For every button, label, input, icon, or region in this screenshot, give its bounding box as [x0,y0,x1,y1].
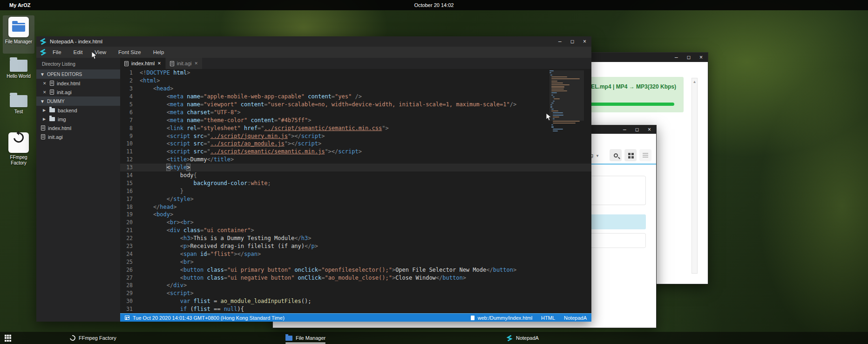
code-line[interactable]: 2<html> [120,77,591,85]
code-line[interactable]: 10 <script src="../script/ao_module.js">… [120,140,591,148]
folder-icon [10,95,27,107]
line-number: 9 [120,133,140,139]
code-line[interactable]: 29 <script> [120,289,591,297]
code-line[interactable]: 5 <meta name="viewport" content="user-sc… [120,101,591,109]
start-menu-button[interactable] [5,335,12,342]
minimize-button[interactable]: – [623,127,626,132]
grid-view-button[interactable] [624,149,637,161]
code-line[interactable]: 27 <button class="ui negative button" on… [120,274,591,282]
code-line[interactable]: 21 <div class="ui container"> [120,227,591,234]
code-line[interactable]: 31 if (flist == null){ [120,305,591,313]
maximize-button[interactable]: ◻ [570,39,574,44]
tree-file-item[interactable]: init.agi [36,132,120,141]
open-editor-item[interactable]: ✕ init.agi [36,88,120,96]
minimize-button[interactable]: – [675,55,678,60]
open-editor-item[interactable]: ✕ index.html [36,79,120,88]
menu-help[interactable]: Help [147,47,170,58]
notepada-titlebar[interactable]: NotepadA - index.html – ◻ × [36,36,591,47]
tree-file-item[interactable]: index.html [36,124,120,132]
code-line[interactable]: 1<!DOCTYPE html> [120,69,591,77]
desktop-icon-file-manager[interactable]: File Manager [4,17,34,45]
code-line[interactable]: 25 <br> [120,258,591,266]
code-line[interactable]: 7 <meta name="theme-color" content="#4b7… [120,116,591,124]
line-number: 11 [120,148,140,155]
line-number: 12 [120,156,140,163]
code-line[interactable]: 22 <h3>This is a Dummy Testing Module</h… [120,234,591,242]
close-button[interactable]: × [583,39,586,44]
desktop-icon-ffmpeg-factory[interactable]: FFmpeg Factory [4,128,34,166]
calendar-icon [125,316,129,320]
code-line[interactable]: 9 <script src="../script/jquery.min.js">… [120,132,591,140]
scroll-up-arrow-icon[interactable]: ▲ [692,78,697,84]
section-label: OPEN EDITORS [47,72,82,77]
desktop[interactable]: File Manager Hello World Test FFmpeg Fac… [0,0,868,344]
line-number: 19 [120,211,140,218]
code-line[interactable]: 17 </style> [120,195,591,203]
close-icon[interactable]: ✕ [43,81,47,86]
open-editors-section[interactable]: ▼ OPEN EDITORS [36,69,120,79]
line-number: 22 [120,235,140,241]
tree-folder-item[interactable]: ▶ backend [36,106,120,115]
line-number: 16 [120,188,140,194]
code-line[interactable]: 16 } [120,187,591,195]
menu-edit[interactable]: Edit [68,47,89,58]
close-button[interactable]: × [648,127,651,132]
line-number: 18 [120,204,140,210]
code-line[interactable]: 24 <span id="flist"></span> [120,250,591,258]
code-line[interactable]: 6 <meta charset="UTF-8"> [120,108,591,116]
code-line[interactable]: 13 <style> [120,164,591,172]
blue-folder-icon [285,336,292,341]
tree-folder-item[interactable]: ▶ img [36,115,120,124]
desktop-icon-test[interactable]: Test [4,92,34,115]
close-icon[interactable]: ✕ [43,90,47,95]
menu-file[interactable]: File [47,47,68,58]
section-label: DUMMY [47,99,65,104]
desktop-icon-label: Hello World [4,74,34,79]
close-icon[interactable]: ✕ [194,61,198,66]
code-line[interactable]: 15 background-color:white; [120,179,591,187]
ffmpeg-scrollbar[interactable]: ▲ [692,78,698,274]
desktop-icon-label: Test [4,109,34,115]
list-icon [643,153,648,158]
code-line[interactable]: 18 </head> [120,203,591,211]
code-line[interactable]: 8 <link rel="stylesheet" href="../script… [120,124,591,132]
maximize-button[interactable]: ◻ [687,55,691,60]
menu-font-size[interactable]: Font Size [112,47,147,58]
cycle-arrows-icon [69,334,77,342]
code-line[interactable]: 26 <button class="ui primary button" onc… [120,266,591,274]
cycle-arrows-icon [12,131,26,145]
tab-index-html[interactable]: index.html ✕ [120,58,165,69]
maximize-button[interactable]: ◻ [635,127,639,132]
close-icon[interactable]: ✕ [157,61,161,66]
file-name: index.html [57,81,80,86]
code-line[interactable]: 4 <meta name="apple-mobile-web-app-capab… [120,93,591,101]
chevron-down-icon: ▼ [40,99,45,104]
search-button[interactable] [610,149,622,161]
code-line[interactable]: 23 <p>Received drag-in filelist (if any)… [120,242,591,250]
code-line[interactable]: 28 </div> [120,282,591,289]
code-line[interactable]: 20 <br><br> [120,219,591,227]
editor-tabbar: index.html ✕ init.agi ✕ [120,58,591,69]
code-line[interactable]: 3 <head> [120,85,591,93]
tab-init-agi[interactable]: init.agi ✕ [166,58,202,69]
minimize-button[interactable]: – [558,39,562,44]
code-line[interactable]: 12 <title>Dummy</title> [120,156,591,164]
conversion-task-label: NNEL.mp4 | MP4 → MP3(320 Kbps) [583,83,676,90]
code-editor[interactable]: 1<!DOCTYPE html>2<html>3 <head>4 <meta n… [120,69,591,313]
taskbar-item-notepada[interactable]: NotepadA [503,332,542,344]
taskbar-item-ffmpeg-factory[interactable]: FFmpeg Factory [66,332,120,344]
code-line[interactable]: 14 body{ [120,172,591,179]
minimap[interactable] [549,70,584,140]
code-line[interactable]: 11 <script src="../script/semantic/seman… [120,148,591,156]
line-number: 21 [120,227,140,234]
close-button[interactable]: × [699,55,703,60]
desktop-icon-hello-world[interactable]: Hello World [4,57,34,79]
project-section[interactable]: ▼ DUMMY [36,96,120,106]
notepada-window[interactable]: NotepadA - index.html – ◻ × File Edit Vi… [36,36,591,322]
list-view-button[interactable] [639,149,651,161]
code-line[interactable]: 30 var flist = ao_module_loadInputFiles(… [120,297,591,305]
taskbar-item-file-manager[interactable]: File Manager [282,332,329,344]
code-lines: 1<!DOCTYPE html>2<html>3 <head>4 <meta n… [120,69,591,313]
code-line[interactable]: 19 <body> [120,211,591,219]
line-number: 8 [120,125,140,131]
